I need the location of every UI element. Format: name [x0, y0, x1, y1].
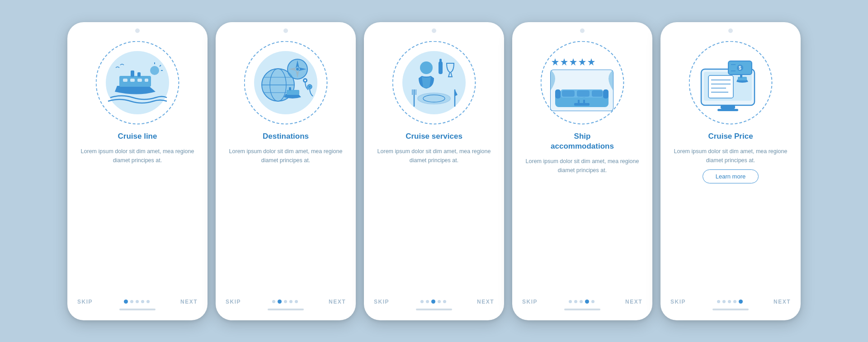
skip-button[interactable]: SKIP [670, 299, 686, 305]
phone-camera [728, 28, 733, 33]
svg-rect-31 [439, 61, 443, 74]
next-button[interactable]: NEXT [625, 299, 642, 305]
dot-2 [278, 300, 282, 304]
svg-marker-42 [570, 58, 577, 66]
phone-content: Destinations Lorem ipsum dolor sit dim a… [216, 33, 356, 299]
phone-top-bar [660, 22, 801, 33]
illustration-area [92, 37, 183, 128]
destinations-icon [253, 56, 319, 110]
phone-home-bar [268, 309, 304, 310]
svg-point-29 [309, 86, 311, 88]
svg-rect-74 [740, 75, 742, 78]
phone-home-bar [119, 309, 156, 310]
dot-4 [141, 300, 144, 303]
svg-point-19 [296, 68, 299, 70]
phone-content: Ship accommodations Lorem ipsum dolor si… [512, 33, 652, 299]
dot-3 [284, 300, 287, 303]
dot-1 [124, 300, 128, 304]
nav-row: SKIP NEXT [670, 299, 791, 305]
svg-point-27 [304, 80, 306, 81]
dots-row [569, 300, 594, 304]
dots-row [717, 300, 743, 304]
nav-row: SKIP NEXT [374, 299, 494, 305]
dot-1 [272, 300, 275, 303]
dot-4 [438, 300, 441, 303]
dot-1 [420, 300, 424, 303]
phone-screen-accommodations: Ship accommodations Lorem ipsum dolor si… [512, 22, 652, 320]
svg-marker-40 [552, 58, 559, 66]
phone-screen-cruise-services: Cruise services Lorem ipsum dolor sit di… [364, 22, 504, 320]
svg-rect-62 [717, 109, 738, 111]
cruise-ship-icon [106, 58, 169, 108]
dot-4 [289, 300, 292, 303]
skip-button[interactable]: SKIP [77, 299, 93, 305]
phone-bottom: SKIP NEXT [216, 299, 356, 320]
phone-top-bar [67, 22, 208, 33]
next-button[interactable]: NEXT [774, 299, 791, 305]
price-icon: $ [696, 51, 766, 114]
screens-container: Cruise line Lorem ipsum dolor sit dim am… [67, 22, 801, 320]
phone-home-bar [416, 309, 452, 310]
screen-body: Lorem ipsum dolor sit dim amet, mea regi… [77, 147, 198, 165]
svg-marker-41 [561, 58, 568, 66]
svg-rect-24 [287, 90, 299, 95]
illustration-area: $ [685, 37, 776, 128]
screen-title: Cruise line [118, 131, 157, 141]
svg-rect-61 [721, 105, 735, 109]
svg-rect-53 [592, 90, 603, 97]
dots-row [272, 300, 298, 304]
phone-screen-cruise-line: Cruise line Lorem ipsum dolor sit dim am… [67, 22, 208, 320]
svg-point-58 [582, 97, 586, 100]
phone-bottom: SKIP NEXT [512, 299, 652, 320]
screen-body: Lorem ipsum dolor sit dim amet, mea regi… [226, 147, 346, 165]
svg-rect-63 [708, 75, 733, 98]
svg-rect-51 [562, 90, 575, 97]
skip-button[interactable]: SKIP [374, 299, 389, 305]
dot-4 [585, 300, 589, 304]
dot-4 [733, 300, 736, 303]
dot-2 [574, 300, 577, 303]
svg-point-7 [150, 66, 159, 75]
phone-content: $ Cruise Price Lorem ipsum dolor sit dim… [660, 33, 801, 299]
svg-rect-3 [137, 79, 142, 82]
svg-rect-52 [577, 90, 590, 97]
skip-button[interactable]: SKIP [522, 299, 538, 305]
illustration-area [537, 37, 627, 128]
next-button[interactable]: NEXT [180, 299, 198, 305]
svg-rect-32 [439, 59, 442, 62]
illustration-area [389, 37, 479, 128]
phone-bottom: SKIP NEXT [660, 299, 801, 320]
phone-content: Cruise line Lorem ipsum dolor sit dim am… [67, 33, 208, 299]
dots-row [420, 300, 446, 304]
svg-rect-25 [289, 87, 291, 90]
dot-1 [717, 300, 720, 303]
svg-rect-5 [131, 70, 134, 77]
svg-rect-48 [555, 89, 561, 98]
phone-content: Cruise services Lorem ipsum dolor sit di… [364, 33, 504, 299]
phone-camera [432, 28, 436, 33]
phone-home-bar [712, 309, 749, 310]
svg-text:$: $ [739, 66, 741, 70]
svg-rect-73 [738, 77, 747, 80]
screen-body: Lorem ipsum dolor sit dim amet, mea regi… [670, 147, 791, 165]
screen-title: Ship accommodations [551, 131, 614, 151]
dot-5 [146, 300, 150, 303]
dot-5 [739, 300, 743, 304]
svg-rect-49 [603, 89, 609, 98]
dot-3 [431, 300, 435, 304]
phone-bottom: SKIP NEXT [67, 299, 208, 320]
dots-row [124, 300, 150, 304]
screen-body: Lorem ipsum dolor sit dim amet, mea regi… [522, 157, 642, 175]
next-button[interactable]: NEXT [477, 299, 494, 305]
next-button[interactable]: NEXT [329, 299, 346, 305]
svg-marker-44 [588, 58, 595, 66]
svg-point-57 [576, 97, 581, 100]
learn-more-button[interactable]: Learn more [703, 169, 759, 183]
phone-top-bar [364, 22, 504, 33]
dot-5 [295, 300, 298, 303]
dot-3 [580, 300, 583, 303]
dining-icon [401, 53, 467, 112]
skip-button[interactable]: SKIP [226, 299, 241, 305]
illustration-area [241, 37, 331, 128]
screen-body: Lorem ipsum dolor sit dim amet, mea regi… [374, 147, 494, 165]
